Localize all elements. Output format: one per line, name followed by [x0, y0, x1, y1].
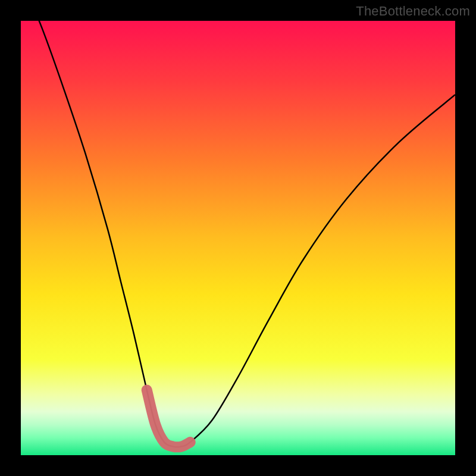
chart-frame: TheBottleneck.com [0, 0, 476, 476]
watermark-text: TheBottleneck.com [356, 4, 470, 19]
chart-plot-area [21, 21, 455, 455]
curve-highlight [147, 390, 190, 447]
bottleneck-curve [21, 21, 455, 455]
curve-main [21, 0, 455, 447]
